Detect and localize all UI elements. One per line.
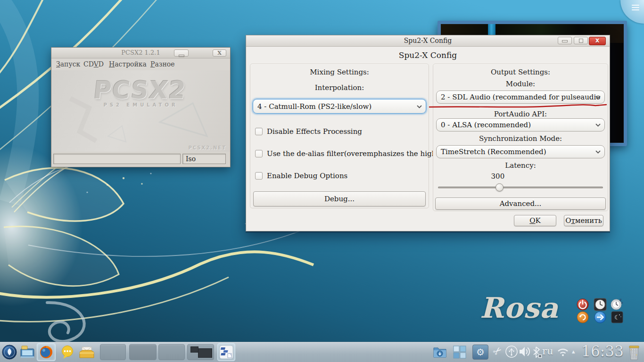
module-label: Module: (433, 80, 608, 88)
window-tiles-icon[interactable] (453, 346, 466, 359)
mixing-settings-group: Mixing Settings: Interpolation: 4 - Catm… (250, 64, 429, 208)
sync-mode-label: Synchronization Mode: (433, 134, 608, 143)
spu2x-config-dialog: Spu2-X Config X Spu2-X Config Mixing Set… (246, 35, 610, 231)
cancel-button[interactable]: Отменить (564, 215, 603, 226)
minimize-button[interactable] (174, 49, 189, 57)
output-settings-label: Output Settings: (433, 68, 608, 76)
latency-slider-handle[interactable] (495, 183, 504, 191)
pager-desktop-button[interactable] (158, 344, 185, 360)
pcsx2-menubar: Запуск CDVD Настройка Разное (51, 58, 230, 70)
pager-desktop-button[interactable] (129, 344, 157, 360)
checkbox-row[interactable]: Use the de-alias filter(overemphasizes t… (255, 149, 427, 158)
ok-button[interactable]: OK (514, 215, 556, 226)
keyboard-layout-indicator[interactable]: ru (542, 346, 553, 357)
window-thumbnail (190, 346, 198, 353)
firefox-taskbar-button[interactable] (37, 343, 56, 361)
pcsx2-icon (219, 345, 233, 359)
show-desktop-icon[interactable] (20, 345, 35, 359)
module-dropdown[interactable]: 2 - SDL Audio (recommanded for pulseaudi… (436, 90, 605, 104)
maximize-icon (579, 39, 583, 43)
wifi-icon[interactable] (557, 346, 569, 357)
taskbar-clock[interactable]: 16:33 (580, 343, 625, 360)
usb-device-icon[interactable] (505, 345, 518, 358)
debug-options-checkbox[interactable] (255, 172, 263, 180)
latency-value: 300 (491, 172, 505, 181)
taskbar: ⚙ ✂ ru ▴ 16:33 (0, 342, 644, 362)
portaudio-api-label: PortAudio API: (433, 110, 608, 118)
interpolation-dropdown[interactable]: 4 - Catmull-Rom (PS2-like/slow) (253, 99, 426, 114)
dialog-titlebar[interactable]: Spu2-X Config X (246, 35, 610, 47)
pager-desktop-button[interactable] (100, 344, 126, 360)
window-thumbnail (198, 348, 212, 358)
pcsx2-titlebar[interactable]: PCSX2 1.2.1 X (51, 48, 230, 58)
chevron-down-icon (595, 123, 601, 127)
status-field-left (53, 154, 181, 164)
system-settings-icon[interactable]: ⚙ (472, 345, 488, 360)
menu-nastroyka[interactable]: Настройка (109, 60, 147, 68)
disable-effects-checkbox[interactable] (255, 128, 263, 135)
status-field-iso: Iso (182, 154, 226, 164)
debug-button[interactable]: Debug... (253, 191, 426, 206)
checkbox-row[interactable]: Disable Effects Processing (255, 127, 427, 136)
pcsx2-window-title: PCSX2 1.2.1 (51, 49, 230, 56)
downloads-folder-icon[interactable] (433, 346, 447, 359)
minimize-button[interactable] (558, 37, 572, 44)
chevron-down-icon (417, 105, 422, 108)
power-icon[interactable] (577, 298, 589, 311)
menu-raznoe[interactable]: Разное (150, 60, 174, 68)
firefox-icon (39, 345, 53, 359)
dealias-filter-checkbox[interactable] (255, 150, 263, 157)
close-button[interactable]: X (589, 37, 606, 45)
minimize-icon (179, 55, 184, 57)
clock-widget-icon[interactable] (594, 298, 607, 311)
checkbox-row[interactable]: Enable Debug Options (255, 171, 427, 181)
mail-icon[interactable] (79, 345, 95, 359)
rosa-brand-text: Rosa (480, 291, 567, 324)
svg-text:z: z (621, 301, 623, 304)
rosa-menu-icon[interactable] (2, 345, 17, 360)
bluetooth-icon[interactable] (532, 345, 543, 359)
messenger-icon[interactable] (60, 345, 75, 359)
minimize-icon (562, 40, 568, 42)
dialog-window-title: Spu2-X Config (246, 37, 610, 44)
output-settings-group: Output Settings: Module: 2 - SDL Audio (… (433, 64, 608, 211)
pcsx2-statusbar: Iso (51, 152, 230, 167)
chevron-down-icon (595, 96, 601, 99)
menu-cdvd[interactable]: CDVD (83, 60, 104, 68)
close-button[interactable]: X (213, 49, 226, 57)
interpolation-label: Interpolation: (250, 83, 429, 92)
hamburger-menu-icon (632, 7, 639, 8)
portaudio-dropdown[interactable]: 0 - ALSA (recommended) (436, 118, 605, 132)
hamburger-menu-icon (632, 5, 639, 6)
svg-text:☾: ☾ (614, 314, 620, 321)
advanced-button[interactable]: Advanced... (435, 197, 606, 210)
pcsx2-logo-text: PCSX2 (51, 76, 230, 104)
sync-mode-dropdown[interactable]: TimeStretch (Recommended) (436, 145, 605, 158)
mixing-settings-label: Mixing Settings: (250, 68, 429, 76)
dialog-header: Spu2-X Config (246, 50, 610, 60)
gear-icon: ⚙ (476, 346, 485, 358)
logout-icon[interactable] (594, 311, 606, 323)
pager-desktop-button[interactable] (187, 344, 214, 360)
lock-screen-icon[interactable]: ☾ (611, 311, 623, 323)
pcsx2-logo-area: PCSX2 PS2 EMULATOR PCSX2.NET (51, 70, 230, 152)
menu-zapusk[interactable]: Запуск (56, 60, 80, 68)
pcsx2-taskbar-button[interactable] (217, 343, 235, 361)
maximize-button[interactable] (574, 37, 588, 44)
clipboard-scissors-icon[interactable]: ✂ (490, 344, 504, 358)
expand-arrow-icon[interactable]: ▴ (572, 348, 575, 355)
pcsx2-logo-watermark: PCSX2.NET (188, 145, 226, 150)
suspend-icon[interactable]: z z (611, 297, 624, 311)
chevron-down-icon (595, 150, 601, 154)
volume-icon[interactable] (519, 346, 532, 358)
hamburger-menu-icon (632, 9, 639, 10)
restart-icon[interactable] (577, 311, 589, 323)
pcsx2-logo-subtitle: PS2 EMULATOR (51, 102, 230, 107)
latency-label: Latency: (433, 161, 608, 170)
trash-icon[interactable] (627, 344, 641, 361)
latency-slider[interactable] (438, 187, 603, 189)
pcsx2-window: PCSX2 1.2.1 X Запуск CDVD Настройка Разн… (51, 47, 231, 167)
